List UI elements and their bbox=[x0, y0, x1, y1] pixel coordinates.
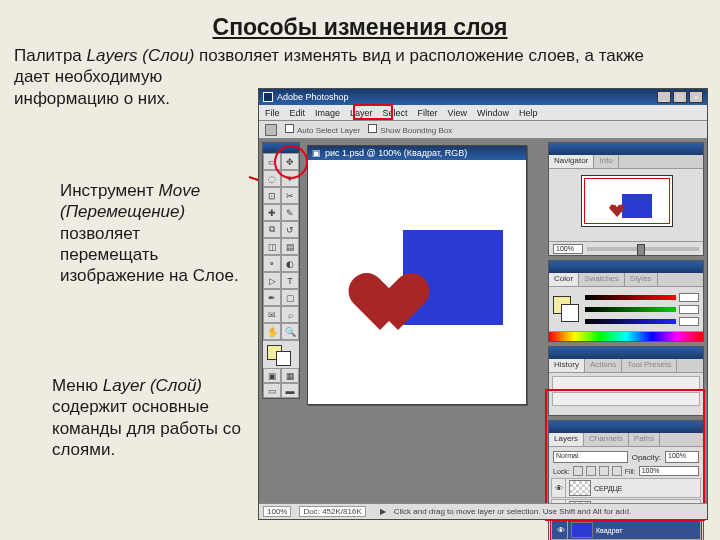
layers-panel: Layers Channels Paths Normal Opacity: 10… bbox=[548, 420, 704, 540]
tool-move[interactable]: ✥ bbox=[281, 153, 299, 170]
tool-type[interactable]: T bbox=[281, 272, 299, 289]
menu-select[interactable]: Select bbox=[383, 108, 408, 118]
app-logo-icon bbox=[263, 92, 273, 102]
menu-filter[interactable]: Filter bbox=[418, 108, 438, 118]
options-bar: Auto Select Layer Show Bounding Box bbox=[259, 121, 707, 139]
show-bbox-checkbox[interactable] bbox=[368, 124, 377, 133]
page-title: Способы изменения слоя bbox=[0, 0, 720, 45]
tool-eraser[interactable]: ◫ bbox=[263, 238, 281, 255]
history-item[interactable] bbox=[552, 376, 700, 390]
tool-zoom[interactable]: 🔍 bbox=[281, 323, 299, 340]
menu-window[interactable]: Window bbox=[477, 108, 509, 118]
tab-history[interactable]: History bbox=[549, 359, 585, 372]
history-panel: History Actions Tool Presets bbox=[548, 346, 704, 416]
tool-gradient[interactable]: ▤ bbox=[281, 238, 299, 255]
tab-navigator[interactable]: Navigator bbox=[549, 155, 594, 168]
tab-color[interactable]: Color bbox=[549, 273, 579, 286]
titlebar: Adobe Photoshop _ □ × bbox=[259, 89, 707, 105]
menu-help[interactable]: Help bbox=[519, 108, 538, 118]
color-spectrum[interactable] bbox=[549, 331, 703, 341]
tab-channels[interactable]: Channels bbox=[584, 433, 629, 446]
history-item[interactable] bbox=[552, 392, 700, 406]
navigator-zoom-field[interactable]: 100% bbox=[553, 244, 583, 254]
tool-marquee[interactable]: ▭ bbox=[263, 153, 281, 170]
blend-mode-select[interactable]: Normal bbox=[553, 451, 628, 463]
status-hint: Click and drag to move layer or selectio… bbox=[394, 507, 631, 516]
menu-view[interactable]: View bbox=[448, 108, 467, 118]
tool-crop[interactable]: ⊡ bbox=[263, 187, 281, 204]
tool-eyedrop[interactable]: ⌕ bbox=[281, 306, 299, 323]
background-color[interactable] bbox=[276, 351, 291, 366]
navigator-panel: Navigator Info 100% bbox=[548, 142, 704, 256]
quickmask-on[interactable]: ▦ bbox=[281, 368, 299, 383]
eye-icon[interactable]: 👁 bbox=[554, 521, 568, 539]
lock-all-icon[interactable] bbox=[612, 466, 622, 476]
quickmask-off[interactable]: ▣ bbox=[263, 368, 281, 383]
shape-heart bbox=[363, 275, 433, 338]
tool-brush[interactable]: ✎ bbox=[281, 204, 299, 221]
menu-file[interactable]: File bbox=[265, 108, 280, 118]
tool-stamp[interactable]: ⧉ bbox=[263, 221, 281, 238]
photoshop-window: Adobe Photoshop _ □ × File Edit Image La… bbox=[258, 88, 708, 520]
screenmode-1[interactable]: ▭ bbox=[263, 383, 281, 398]
status-zoom[interactable]: 100% bbox=[263, 506, 291, 517]
layer-row-selected[interactable]: 👁 Квадрат bbox=[551, 520, 701, 540]
opacity-field[interactable]: 100% bbox=[665, 451, 699, 463]
tool-dodge[interactable]: ◐ bbox=[281, 255, 299, 272]
navigator-thumbnail[interactable] bbox=[581, 175, 673, 227]
tab-actions[interactable]: Actions bbox=[585, 359, 622, 372]
move-tool-icon bbox=[265, 124, 277, 136]
app-title: Adobe Photoshop bbox=[277, 92, 349, 102]
eye-icon[interactable]: 👁 bbox=[552, 479, 566, 497]
tool-shape[interactable]: ▢ bbox=[281, 289, 299, 306]
panels-column: Navigator Info 100% Color Swatches bbox=[548, 142, 704, 540]
menu-edit[interactable]: Edit bbox=[290, 108, 306, 118]
tool-history[interactable]: ↺ bbox=[281, 221, 299, 238]
document-title: ▣рис 1.psd @ 100% (Квадрат, RGB) bbox=[308, 146, 526, 160]
tool-wand[interactable]: ✦ bbox=[281, 170, 299, 187]
tool-hand[interactable]: ✋ bbox=[263, 323, 281, 340]
tool-lasso[interactable]: ◌ bbox=[263, 170, 281, 187]
tab-toolpresets[interactable]: Tool Presets bbox=[622, 359, 677, 372]
tool-slice[interactable]: ✂ bbox=[281, 187, 299, 204]
canvas[interactable] bbox=[308, 160, 526, 404]
tab-layers[interactable]: Layers bbox=[549, 433, 584, 446]
close-button[interactable]: × bbox=[689, 91, 703, 103]
tab-swatches[interactable]: Swatches bbox=[579, 273, 625, 286]
workarea: ▭ ✥ ◌ ✦ ⊡ ✂ ✚ ✎ ⧉ ↺ ◫ ▤ ∘ ◐ ▷ T ✒ ▢ ✉ ⌕ bbox=[259, 139, 707, 519]
fill-field[interactable]: 100% bbox=[639, 466, 699, 476]
lock-pos-icon[interactable] bbox=[599, 466, 609, 476]
tool-blur[interactable]: ∘ bbox=[263, 255, 281, 272]
minimize-button[interactable]: _ bbox=[657, 91, 671, 103]
menu-image[interactable]: Image bbox=[315, 108, 340, 118]
color-panel: Color Swatches Styles bbox=[548, 260, 704, 342]
tool-notes[interactable]: ✉ bbox=[263, 306, 281, 323]
menubar: File Edit Image Layer Select Filter View… bbox=[259, 105, 707, 121]
tab-info[interactable]: Info bbox=[594, 155, 618, 168]
document-window: ▣рис 1.psd @ 100% (Квадрат, RGB) bbox=[307, 145, 527, 405]
menu-layer[interactable]: Layer bbox=[350, 108, 373, 118]
tool-path[interactable]: ▷ bbox=[263, 272, 281, 289]
color-swatches[interactable] bbox=[263, 340, 299, 368]
callout-move: Инструмент Move (Перемещение) позволяет … bbox=[60, 180, 240, 286]
toolbox: ▭ ✥ ◌ ✦ ⊡ ✂ ✚ ✎ ⧉ ↺ ◫ ▤ ∘ ◐ ▷ T ✒ ▢ ✉ ⌕ bbox=[262, 142, 300, 399]
status-bar: 100% Doc: 452K/816K ▶ Click and drag to … bbox=[259, 503, 707, 519]
tool-heal[interactable]: ✚ bbox=[263, 204, 281, 221]
screenmode-2[interactable]: ▬ bbox=[281, 383, 299, 398]
tool-pen[interactable]: ✒ bbox=[263, 289, 281, 306]
status-docsize: Doc: 452K/816K bbox=[299, 506, 365, 517]
maximize-button[interactable]: □ bbox=[673, 91, 687, 103]
lock-trans-icon[interactable] bbox=[573, 466, 583, 476]
tab-paths[interactable]: Paths bbox=[629, 433, 660, 446]
layer-row[interactable]: 👁 СЕРДЦЕ bbox=[551, 478, 701, 498]
lock-paint-icon[interactable] bbox=[586, 466, 596, 476]
navigator-zoom-slider[interactable] bbox=[587, 247, 699, 251]
tab-styles[interactable]: Styles bbox=[625, 273, 658, 286]
auto-select-checkbox[interactable] bbox=[285, 124, 294, 133]
callout-layer-menu: Меню Layer (Слой) содержит основные кома… bbox=[52, 375, 262, 460]
